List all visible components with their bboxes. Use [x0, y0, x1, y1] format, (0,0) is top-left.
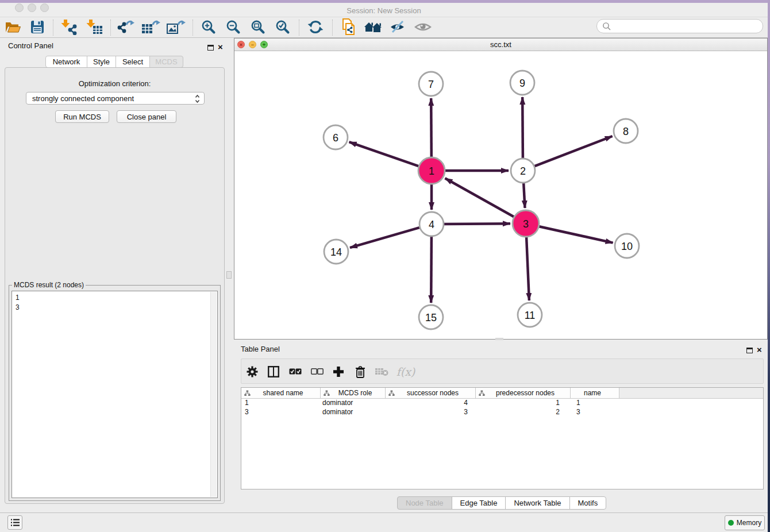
checked-boxes-icon: [289, 368, 302, 375]
control-tab-select[interactable]: Select: [116, 56, 150, 68]
edge-1-6[interactable]: [349, 142, 419, 166]
control-panel-float-button[interactable]: [207, 43, 214, 53]
status-bar: Memory: [0, 512, 768, 532]
hide-selected-button[interactable]: [388, 18, 407, 36]
search-input[interactable]: [596, 19, 763, 33]
mcds-result-line: 1: [16, 293, 20, 303]
desktop-right-strip: [768, 0, 770, 532]
table-row[interactable]: 1dominator411: [241, 399, 763, 408]
node-label-4: 4: [429, 219, 434, 230]
node-label-10: 10: [621, 241, 633, 252]
delete-column-button[interactable]: [353, 365, 367, 379]
memory-status-icon: [728, 520, 734, 526]
table-row[interactable]: 3dominator323: [241, 408, 763, 417]
edge-2-3[interactable]: [523, 183, 525, 208]
fx-icon: f(x): [396, 365, 415, 378]
zoom-out-icon: [226, 20, 241, 34]
copy-network-button[interactable]: [338, 18, 358, 36]
home-button[interactable]: [363, 18, 383, 36]
edge-1-7[interactable]: [431, 98, 432, 157]
mcds-result-list[interactable]: 13: [11, 291, 218, 498]
select-spinner-icon: [195, 94, 200, 105]
folder-open-icon: [5, 21, 21, 34]
node-label-14: 14: [330, 246, 342, 258]
export-network-button[interactable]: [116, 18, 136, 36]
node-label-8: 8: [623, 126, 629, 137]
edge-2-9[interactable]: [522, 97, 523, 158]
control-tab-mcds[interactable]: MCDS: [149, 56, 183, 68]
deselect-all-button[interactable]: [310, 365, 324, 379]
table-body: 1dominator4113dominator323: [241, 399, 763, 417]
mcds-result-scrollbar[interactable]: [210, 292, 217, 497]
add-column-button[interactable]: [332, 365, 345, 379]
column-header-MCDS-role[interactable]: MCDS role: [321, 388, 386, 399]
eye-icon: [414, 21, 432, 33]
table-tab-edge-table[interactable]: Edge Table: [452, 496, 506, 510]
show-all-button[interactable]: [413, 18, 433, 36]
edge-4-15[interactable]: [431, 237, 432, 303]
criterion-select[interactable]: strongly connected component: [26, 92, 205, 105]
panel-splitter-handle[interactable]: [226, 271, 232, 279]
save-session-button[interactable]: [28, 18, 47, 36]
table-panel-close-button[interactable]: ×: [757, 345, 762, 355]
table-panel-tabs: Node TableEdge TableNetwork TableMotifs: [397, 496, 606, 510]
zoom-selected-button[interactable]: [273, 18, 292, 36]
cell: 1: [241, 399, 321, 408]
save-icon: [30, 20, 44, 34]
column-type-icon: [324, 390, 330, 396]
edge-4-14[interactable]: [350, 228, 419, 248]
edge-3-1[interactable]: [445, 178, 514, 217]
column-header-successor-nodes[interactable]: successor nodes: [386, 388, 476, 399]
node-label-6: 6: [333, 132, 338, 144]
open-session-button[interactable]: [3, 18, 22, 36]
run-mcds-button[interactable]: Run MCDS: [55, 110, 109, 123]
select-all-button[interactable]: [288, 365, 302, 379]
control-tab-network[interactable]: Network: [45, 56, 87, 68]
table-panel-float-button[interactable]: [746, 345, 753, 356]
column-view-button[interactable]: [267, 365, 280, 379]
table-tab-motifs[interactable]: Motifs: [569, 496, 607, 510]
function-builder-button[interactable]: f(x): [395, 365, 416, 379]
table-settings-button[interactable]: [245, 365, 259, 379]
edge-4-3[interactable]: [444, 223, 510, 224]
column-header-filler: [619, 388, 763, 399]
zoom-in-button[interactable]: [199, 18, 218, 36]
delete-table-button[interactable]: [375, 365, 388, 379]
node-label-9: 9: [519, 78, 525, 89]
cell: dominator: [321, 399, 386, 408]
edge-2-8[interactable]: [535, 136, 613, 166]
delete-table-icon: [375, 367, 388, 376]
mcds-result-box: MCDS result (2 nodes) 13: [9, 285, 221, 501]
window-resize-handle[interactable]: [495, 338, 503, 340]
import-network-icon: [60, 19, 78, 35]
edge-3-11[interactable]: [526, 237, 529, 300]
control-tab-style[interactable]: Style: [87, 56, 116, 68]
network-graph: 7968124314101511: [234, 51, 767, 339]
columns-icon: [268, 366, 279, 377]
close-panel-button[interactable]: Close panel: [117, 110, 176, 123]
export-table-button[interactable]: [141, 18, 160, 36]
cell: 3: [386, 408, 476, 417]
table-panel-title: Table Panel: [241, 345, 280, 353]
import-table-button[interactable]: [84, 18, 104, 36]
cell: dominator: [321, 408, 386, 417]
network-canvas[interactable]: 7968124314101511: [234, 51, 767, 339]
refresh-button[interactable]: [306, 18, 325, 36]
node-label-2: 2: [520, 165, 526, 177]
search-icon: [602, 22, 611, 31]
column-header-shared-name[interactable]: shared name: [241, 388, 321, 399]
task-history-button[interactable]: [7, 515, 22, 530]
table-toolbar: f(x): [241, 358, 764, 384]
memory-button[interactable]: Memory: [725, 515, 765, 530]
zoom-fit-button[interactable]: [248, 18, 268, 36]
column-header-name[interactable]: name: [571, 388, 619, 399]
column-header-predecessor-nodes[interactable]: predecessor nodes: [476, 388, 571, 399]
zoom-out-button[interactable]: [224, 18, 243, 36]
node-label-15: 15: [425, 312, 437, 323]
import-network-button[interactable]: [59, 18, 79, 36]
export-image-button[interactable]: [166, 18, 186, 36]
edge-3-10[interactable]: [539, 226, 613, 242]
control-panel-close-button[interactable]: ×: [218, 42, 223, 52]
table-tab-node-table[interactable]: Node Table: [397, 496, 452, 510]
table-tab-network-table[interactable]: Network Table: [505, 496, 569, 510]
